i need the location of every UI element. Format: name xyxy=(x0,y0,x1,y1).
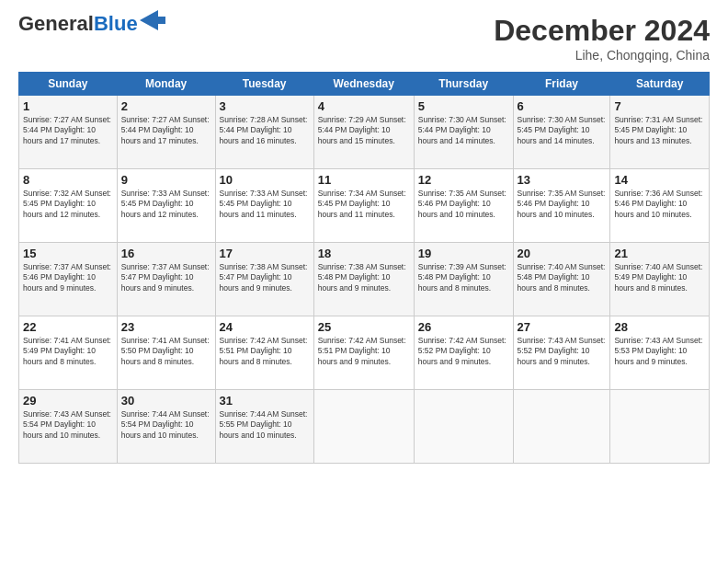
month-title: December 2024 xyxy=(494,14,710,48)
day-number: 25 xyxy=(318,320,410,334)
col-saturday: Saturday xyxy=(610,73,710,96)
day-detail: Sunrise: 7:35 AM Sunset: 5:46 PM Dayligh… xyxy=(518,189,607,220)
day-number: 20 xyxy=(518,247,607,260)
header-row: Sunday Monday Tuesday Wednesday Thursday… xyxy=(19,73,710,96)
col-thursday: Thursday xyxy=(414,73,513,96)
day-number: 11 xyxy=(318,173,410,187)
day-number: 15 xyxy=(23,247,113,260)
calendar-cell: 11Sunrise: 7:34 AM Sunset: 5:45 PM Dayli… xyxy=(313,169,414,243)
calendar-cell: 31Sunrise: 7:44 AM Sunset: 5:55 PM Dayli… xyxy=(215,390,313,464)
calendar-week-5: 29Sunrise: 7:43 AM Sunset: 5:54 PM Dayli… xyxy=(19,390,710,464)
day-detail: Sunrise: 7:27 AM Sunset: 5:44 PM Dayligh… xyxy=(121,115,211,146)
day-number: 24 xyxy=(220,320,310,334)
calendar-cell: 30Sunrise: 7:44 AM Sunset: 5:54 PM Dayli… xyxy=(117,390,215,464)
calendar-cell: 19Sunrise: 7:39 AM Sunset: 5:48 PM Dayli… xyxy=(414,243,513,316)
day-detail: Sunrise: 7:28 AM Sunset: 5:44 PM Dayligh… xyxy=(220,115,310,146)
col-friday: Friday xyxy=(513,73,610,96)
day-detail: Sunrise: 7:36 AM Sunset: 5:46 PM Dayligh… xyxy=(614,189,705,220)
day-number: 31 xyxy=(220,394,310,408)
location: Lihe, Chongqing, China xyxy=(494,48,710,63)
day-number: 8 xyxy=(23,173,113,187)
day-detail: Sunrise: 7:44 AM Sunset: 5:54 PM Dayligh… xyxy=(121,409,211,441)
calendar-cell: 2Sunrise: 7:27 AM Sunset: 5:44 PM Daylig… xyxy=(117,96,215,169)
day-detail: Sunrise: 7:43 AM Sunset: 5:54 PM Dayligh… xyxy=(23,409,113,441)
day-number: 22 xyxy=(23,320,113,334)
day-detail: Sunrise: 7:38 AM Sunset: 5:47 PM Dayligh… xyxy=(220,262,310,293)
day-number: 21 xyxy=(614,247,705,260)
day-detail: Sunrise: 7:33 AM Sunset: 5:45 PM Dayligh… xyxy=(121,189,211,220)
logo: GeneralBlue xyxy=(18,14,165,34)
day-detail: Sunrise: 7:38 AM Sunset: 5:48 PM Dayligh… xyxy=(318,262,410,293)
calendar-cell: 29Sunrise: 7:43 AM Sunset: 5:54 PM Dayli… xyxy=(19,390,118,464)
col-monday: Monday xyxy=(117,73,215,96)
logo-icon xyxy=(140,10,165,30)
day-number: 12 xyxy=(418,173,509,187)
day-detail: Sunrise: 7:44 AM Sunset: 5:55 PM Dayligh… xyxy=(220,409,310,441)
day-detail: Sunrise: 7:30 AM Sunset: 5:45 PM Dayligh… xyxy=(518,115,607,146)
day-number: 10 xyxy=(220,173,310,187)
calendar-cell: 24Sunrise: 7:42 AM Sunset: 5:51 PM Dayli… xyxy=(215,316,313,390)
title-block: December 2024 Lihe, Chongqing, China xyxy=(494,14,710,63)
calendar-cell xyxy=(313,390,414,464)
calendar-cell: 20Sunrise: 7:40 AM Sunset: 5:48 PM Dayli… xyxy=(513,243,610,316)
day-detail: Sunrise: 7:41 AM Sunset: 5:49 PM Dayligh… xyxy=(23,336,113,367)
day-number: 9 xyxy=(121,173,211,187)
day-number: 14 xyxy=(614,173,705,187)
day-detail: Sunrise: 7:43 AM Sunset: 5:53 PM Dayligh… xyxy=(614,336,705,367)
col-wednesday: Wednesday xyxy=(313,73,414,96)
day-number: 16 xyxy=(121,247,211,260)
logo-text: GeneralBlue xyxy=(18,14,138,34)
calendar-cell: 18Sunrise: 7:38 AM Sunset: 5:48 PM Dayli… xyxy=(313,243,414,316)
col-tuesday: Tuesday xyxy=(215,73,313,96)
calendar-body: 1Sunrise: 7:27 AM Sunset: 5:44 PM Daylig… xyxy=(19,96,710,464)
calendar-cell: 25Sunrise: 7:42 AM Sunset: 5:51 PM Dayli… xyxy=(313,316,414,390)
day-detail: Sunrise: 7:42 AM Sunset: 5:51 PM Dayligh… xyxy=(220,336,310,367)
day-detail: Sunrise: 7:37 AM Sunset: 5:47 PM Dayligh… xyxy=(121,262,211,293)
day-detail: Sunrise: 7:34 AM Sunset: 5:45 PM Dayligh… xyxy=(318,189,410,220)
day-number: 2 xyxy=(121,99,211,113)
day-detail: Sunrise: 7:40 AM Sunset: 5:49 PM Dayligh… xyxy=(614,262,705,293)
svg-marker-0 xyxy=(140,10,165,30)
calendar-cell: 5Sunrise: 7:30 AM Sunset: 5:44 PM Daylig… xyxy=(414,96,513,169)
day-number: 6 xyxy=(518,99,607,113)
day-number: 28 xyxy=(614,320,705,334)
day-number: 30 xyxy=(121,394,211,408)
logo-blue: Blue xyxy=(94,12,138,35)
day-detail: Sunrise: 7:32 AM Sunset: 5:45 PM Dayligh… xyxy=(23,189,113,220)
day-number: 19 xyxy=(418,247,509,260)
calendar-cell xyxy=(513,390,610,464)
day-number: 17 xyxy=(220,247,310,260)
col-sunday: Sunday xyxy=(19,73,118,96)
day-number: 23 xyxy=(121,320,211,334)
calendar-cell: 27Sunrise: 7:43 AM Sunset: 5:52 PM Dayli… xyxy=(513,316,610,390)
calendar-cell: 12Sunrise: 7:35 AM Sunset: 5:46 PM Dayli… xyxy=(414,169,513,243)
day-number: 3 xyxy=(220,99,310,113)
day-number: 5 xyxy=(418,99,509,113)
day-detail: Sunrise: 7:35 AM Sunset: 5:46 PM Dayligh… xyxy=(418,189,509,220)
calendar-cell xyxy=(610,390,710,464)
day-detail: Sunrise: 7:43 AM Sunset: 5:52 PM Dayligh… xyxy=(518,336,607,367)
day-detail: Sunrise: 7:37 AM Sunset: 5:46 PM Dayligh… xyxy=(23,262,113,293)
calendar-week-3: 15Sunrise: 7:37 AM Sunset: 5:46 PM Dayli… xyxy=(19,243,710,316)
calendar-cell: 9Sunrise: 7:33 AM Sunset: 5:45 PM Daylig… xyxy=(117,169,215,243)
day-detail: Sunrise: 7:27 AM Sunset: 5:44 PM Dayligh… xyxy=(23,115,113,146)
calendar-cell: 22Sunrise: 7:41 AM Sunset: 5:49 PM Dayli… xyxy=(19,316,118,390)
day-detail: Sunrise: 7:42 AM Sunset: 5:51 PM Dayligh… xyxy=(318,336,410,367)
day-number: 7 xyxy=(614,99,705,113)
calendar-cell: 21Sunrise: 7:40 AM Sunset: 5:49 PM Dayli… xyxy=(610,243,710,316)
calendar-cell: 14Sunrise: 7:36 AM Sunset: 5:46 PM Dayli… xyxy=(610,169,710,243)
calendar-cell: 16Sunrise: 7:37 AM Sunset: 5:47 PM Dayli… xyxy=(117,243,215,316)
calendar-cell: 10Sunrise: 7:33 AM Sunset: 5:45 PM Dayli… xyxy=(215,169,313,243)
calendar-cell: 1Sunrise: 7:27 AM Sunset: 5:44 PM Daylig… xyxy=(19,96,118,169)
day-detail: Sunrise: 7:31 AM Sunset: 5:45 PM Dayligh… xyxy=(614,115,705,146)
calendar-week-1: 1Sunrise: 7:27 AM Sunset: 5:44 PM Daylig… xyxy=(19,96,710,169)
day-number: 26 xyxy=(418,320,509,334)
calendar-cell: 4Sunrise: 7:29 AM Sunset: 5:44 PM Daylig… xyxy=(313,96,414,169)
calendar-cell: 8Sunrise: 7:32 AM Sunset: 5:45 PM Daylig… xyxy=(19,169,118,243)
day-number: 29 xyxy=(23,394,113,408)
day-number: 13 xyxy=(518,173,607,187)
day-detail: Sunrise: 7:41 AM Sunset: 5:50 PM Dayligh… xyxy=(121,336,211,367)
day-detail: Sunrise: 7:42 AM Sunset: 5:52 PM Dayligh… xyxy=(418,336,509,367)
day-number: 27 xyxy=(518,320,607,334)
header: GeneralBlue December 2024 Lihe, Chongqin… xyxy=(18,14,710,63)
